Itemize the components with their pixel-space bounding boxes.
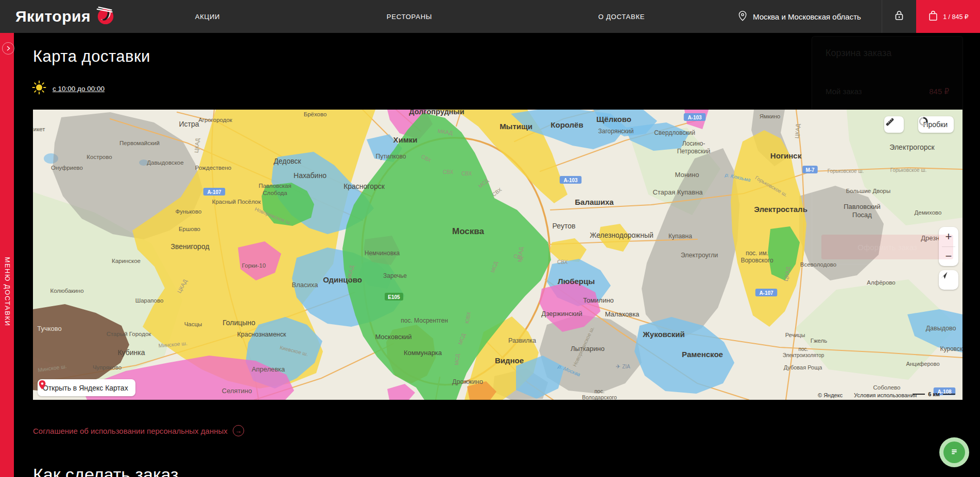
svg-text:Голицыно: Голицыно bbox=[222, 319, 255, 327]
svg-text:Старый Городок: Старый Городок bbox=[107, 331, 152, 337]
svg-text:Путилково: Путилково bbox=[376, 153, 406, 160]
cart-order-label: Мой заказ bbox=[826, 87, 862, 96]
svg-text:Электроугли: Электроугли bbox=[681, 252, 718, 259]
svg-text:Володарского: Володарского bbox=[582, 394, 617, 400]
svg-text:Свердловский: Свердловский bbox=[654, 129, 695, 136]
traffic-toggle-button[interactable]: Пробки bbox=[918, 116, 954, 133]
chat-widget-button[interactable] bbox=[939, 437, 969, 467]
svg-text:Апрелевка: Апрелевка bbox=[252, 365, 285, 373]
sun-icon bbox=[32, 80, 46, 97]
region-label: Москва и Московская область bbox=[753, 12, 861, 21]
svg-text:Горьковское ш.: Горьковское ш. bbox=[890, 167, 927, 173]
svg-text:Е105: Е105 bbox=[388, 294, 400, 300]
nav-item-promotions[interactable]: АКЦИИ bbox=[195, 0, 220, 33]
cart-dropdown-title: Корзина заказа bbox=[826, 48, 891, 59]
scale-label: 6 км bbox=[928, 391, 940, 397]
svg-text:Тучково: Тучково bbox=[37, 325, 62, 332]
svg-text:Кубинка: Кубинка bbox=[117, 348, 145, 357]
svg-text:Брёхово: Брёхово bbox=[304, 111, 327, 117]
svg-text:Часцы: Часцы bbox=[184, 321, 202, 327]
svg-text:Чупряково: Чупряково bbox=[93, 364, 122, 370]
svg-text:✈: ✈ bbox=[615, 363, 620, 369]
svg-text:Развилка: Развилка bbox=[508, 337, 536, 344]
svg-text:Фуньково: Фуньково bbox=[176, 208, 202, 215]
svg-text:Старая Купавна: Старая Купавна bbox=[652, 188, 703, 196]
ruler-tool-button[interactable] bbox=[884, 116, 904, 133]
svg-text:Красногорск: Красногорск bbox=[343, 182, 385, 190]
svg-text:Петровский: Петровский bbox=[677, 148, 711, 155]
logo-sushi-icon bbox=[96, 6, 115, 27]
logo[interactable]: Якитория bbox=[15, 0, 115, 33]
svg-text:Ногинск: Ногинск bbox=[770, 151, 802, 160]
svg-text:Истра: Истра bbox=[179, 120, 199, 128]
svg-text:Электросталь: Электросталь bbox=[754, 205, 807, 214]
svg-text:Реутов: Реутов bbox=[553, 222, 576, 230]
svg-text:Рождествено: Рождествено bbox=[195, 165, 231, 171]
svg-text:Колюбакино: Колюбакино bbox=[50, 288, 83, 294]
svg-text:пос.: пос. bbox=[594, 388, 605, 394]
svg-text:Королёв: Королёв bbox=[551, 120, 583, 129]
svg-text:ZIA: ZIA bbox=[622, 364, 630, 369]
nav-item-restaurants[interactable]: РЕСТОРАНЫ bbox=[387, 0, 432, 33]
svg-text:Давыдово: Давыдово bbox=[926, 325, 956, 332]
svg-text:СВХ: СВХ bbox=[491, 187, 503, 198]
svg-text:МСД: МСД bbox=[454, 354, 460, 365]
svg-text:Люберцы: Люберцы bbox=[558, 277, 595, 286]
svg-text:Агрогородок: Агрогородок bbox=[198, 117, 233, 123]
svg-text:пос. им.: пос. им. bbox=[746, 250, 768, 257]
checkout-button[interactable]: Оформить заказ bbox=[821, 235, 953, 259]
svg-text:пос. Мосрентген: пос. Мосрентген bbox=[401, 317, 448, 324]
personal-data-agreement[interactable]: Соглашение об использовании персональных… bbox=[33, 425, 244, 436]
svg-text:Павловский: Павловский bbox=[844, 203, 881, 210]
sidebar-vertical-label[interactable]: МЕНЮ ДОСТАВКИ bbox=[4, 257, 11, 327]
svg-text:Шарапово: Шарапово bbox=[135, 297, 164, 304]
svg-text:Балашиха: Балашиха bbox=[575, 198, 614, 206]
nav-item-label: АКЦИИ bbox=[195, 13, 220, 21]
page-title: Карта доставки bbox=[33, 47, 150, 66]
shopping-bag-icon bbox=[927, 10, 939, 24]
svg-text:Одинцово: Одинцово bbox=[323, 275, 362, 284]
nav-item-label: РЕСТОРАНЫ bbox=[387, 13, 432, 21]
svg-text:Речицы: Речицы bbox=[785, 332, 805, 338]
svg-text:Долгопрудный: Долгопрудный bbox=[409, 110, 464, 116]
svg-text:Большие Дворы: Большие Дворы bbox=[846, 188, 890, 194]
map-copyright: © Яндекс bbox=[818, 392, 843, 398]
svg-text:Демихово: Демихово bbox=[915, 209, 942, 216]
geolocation-button[interactable] bbox=[939, 270, 958, 290]
svg-text:Дедовск: Дедовск bbox=[273, 157, 301, 165]
map-attribution: © Яндекс Условия использования bbox=[818, 392, 917, 398]
svg-text:Соболево: Соболево bbox=[873, 384, 901, 391]
svg-text:Коммунарка: Коммунарка bbox=[404, 349, 442, 357]
svg-text:Павловская: Павловская bbox=[259, 183, 291, 189]
scale-bar-left bbox=[913, 394, 925, 395]
open-in-yandex-maps-button[interactable]: Открыть в Яндекс Картах bbox=[38, 379, 135, 396]
svg-text:Московский: Московский bbox=[375, 333, 411, 341]
personal-data-agreement-link[interactable]: Соглашение об использовании персональных… bbox=[33, 427, 228, 435]
svg-text:Химки: Химки bbox=[393, 135, 417, 144]
svg-text:Заречье: Заречье bbox=[383, 272, 407, 279]
svg-text:СВХ: СВХ bbox=[461, 171, 472, 176]
svg-text:Жуковский: Жуковский bbox=[642, 330, 685, 339]
delivery-hours-link[interactable]: с 10:00 до 00:00 bbox=[53, 85, 105, 93]
cart-button[interactable]: 1 / 845 ₽ bbox=[916, 0, 980, 33]
svg-text:Селятино: Селятино bbox=[222, 387, 252, 395]
map-scale: 6 км bbox=[913, 391, 955, 397]
delivery-hours: с 10:00 до 00:00 bbox=[32, 80, 105, 97]
login-button[interactable] bbox=[882, 0, 916, 33]
svg-text:Воровского: Воровского bbox=[741, 257, 773, 264]
svg-text:ЦКАД: ЦКАД bbox=[193, 138, 200, 153]
svg-text:М-7: М-7 bbox=[805, 167, 815, 173]
sidebar-expand-button[interactable] bbox=[2, 42, 14, 55]
svg-text:Куровское: Куровское bbox=[940, 345, 962, 352]
region-selector[interactable]: Москва и Московская область bbox=[737, 0, 861, 33]
svg-text:Звенигород: Звенигород bbox=[170, 242, 209, 251]
svg-text:Видное: Видное bbox=[495, 356, 524, 365]
svg-text:СВХ: СВХ bbox=[443, 169, 453, 175]
chat-bubble-icon bbox=[943, 441, 965, 463]
nav-item-delivery[interactable]: О ДОСТАВКЕ bbox=[598, 0, 645, 33]
ruler-icon bbox=[884, 116, 896, 128]
svg-text:А-103: А-103 bbox=[687, 115, 702, 120]
map-terms-link[interactable]: Условия использования bbox=[854, 392, 917, 398]
location-arrow-icon bbox=[939, 270, 949, 280]
svg-text:А-103: А-103 bbox=[563, 178, 578, 183]
